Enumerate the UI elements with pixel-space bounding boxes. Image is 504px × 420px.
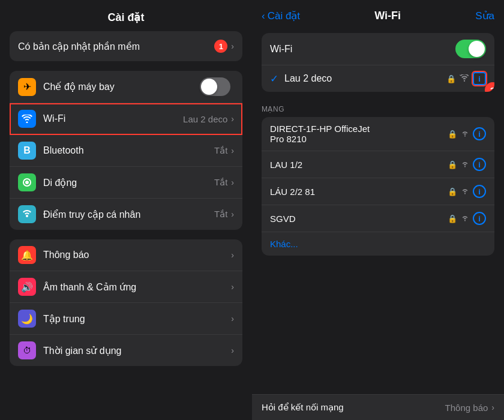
sgvd-icons: 🔒 i <box>448 212 486 225</box>
notifications-icon: 🔔 <box>18 246 36 264</box>
bottom-label: Hỏi để kết nối mạng <box>262 402 445 413</box>
svg-point-1 <box>25 181 29 184</box>
wifi-signal-icon <box>460 74 469 83</box>
bluetooth-icon: B <box>18 142 36 160</box>
hotspot-label: Điểm truy cập cá nhân <box>43 209 214 220</box>
focus-label: Tập trung <box>43 313 231 325</box>
connected-network-icons: 🔒 i 2 <box>446 72 486 85</box>
bluetooth-label: Bluetooth <box>43 145 214 156</box>
network-row-lau12[interactable]: LAU 1/2 🔒 i <box>262 151 494 178</box>
direct-icons: 🔒 i <box>448 127 486 140</box>
networks-list: DIRECT-1F-HP OfficeJetPro 8210 🔒 i LAU 1… <box>262 117 494 256</box>
back-label: Cài đặt <box>268 10 300 22</box>
screentime-chevron: › <box>231 346 234 355</box>
update-chevron: › <box>231 41 234 51</box>
wifi-row[interactable]: Wi-Fi Lau 2 deco › 1 <box>10 103 242 135</box>
hotspot-chevron: › <box>231 209 234 219</box>
screentime-row[interactable]: ⏱ Thời gian sử dụng › <box>10 335 242 366</box>
sound-icon: 🔊 <box>18 278 36 296</box>
connected-checkmark: ✓ <box>270 73 278 85</box>
lau2281-icons: 🔒 i <box>448 185 486 198</box>
wifi-label: Wi-Fi <box>43 113 183 124</box>
notifications-chevron: › <box>231 250 234 260</box>
connected-network-name: Lau 2 deco <box>284 73 446 84</box>
sound-label: Âm thanh & Cảm ứng <box>43 281 231 293</box>
connectivity-section: ✈ Chế độ máy bay Wi-Fi Lau 2 deco › 1 B … <box>10 71 242 230</box>
sgvd-info-icon: i <box>478 214 481 223</box>
mobile-row[interactable]: Di động Tắt › <box>10 167 242 199</box>
back-chevron-icon: ‹ <box>262 10 265 22</box>
network-row-lau2281[interactable]: LÁU 2/2 81 🔒 i <box>262 178 494 205</box>
network-name-lau12: LAU 1/2 <box>270 160 448 170</box>
focus-icon: 🌙 <box>18 310 36 328</box>
sgvd-info-button[interactable]: i <box>473 212 486 225</box>
airplane-icon: ✈ <box>18 78 36 96</box>
wifi-toggle[interactable] <box>455 40 486 58</box>
bluetooth-value: Tắt <box>214 145 227 156</box>
wifi-toggle-label: Wi-Fi <box>270 44 455 55</box>
sound-chevron: › <box>231 282 234 292</box>
screentime-label: Thời gian sử dụng <box>43 345 231 356</box>
notifications-row[interactable]: 🔔 Thông báo › <box>10 239 242 271</box>
connected-network-row[interactable]: ✓ Lau 2 deco 🔒 i 2 <box>262 65 494 92</box>
update-label: Có bản cập nhật phần mềm <box>18 41 214 52</box>
edit-button[interactable]: Sửa <box>475 10 494 22</box>
bottom-value: Thông báo <box>445 403 488 413</box>
update-row[interactable]: Có bản cập nhật phần mềm 1 › <box>10 31 242 61</box>
back-button[interactable]: ‹ Cài đặt <box>262 10 300 22</box>
info-icon: i <box>478 74 481 83</box>
step2-badge: 2 <box>485 82 494 92</box>
wifi-toggle-row[interactable]: Wi-Fi <box>262 33 494 65</box>
network-name-other: Khác... <box>270 239 486 249</box>
lau12-lock-icon: 🔒 <box>448 160 457 169</box>
mobile-icon <box>18 173 36 191</box>
sound-row[interactable]: 🔊 Âm thanh & Cảm ứng › <box>10 271 242 303</box>
mobile-chevron: › <box>231 178 234 187</box>
left-panel: Cài đặt Có bản cập nhật phần mềm 1 › ✈ C… <box>0 0 252 420</box>
update-badge: 1 <box>214 40 227 53</box>
network-row-other[interactable]: Khác... <box>262 232 494 256</box>
mobile-label: Di động <box>43 177 214 188</box>
networks-section-header: MẠNG <box>252 97 504 117</box>
direct-lock-icon: 🔒 <box>448 130 457 139</box>
lau12-icons: 🔒 i <box>448 158 486 171</box>
network-name-sgvd: SGVD <box>270 214 448 224</box>
wifi-toggle-knob <box>469 41 485 57</box>
hotspot-row[interactable]: Điểm truy cập cá nhân Tắt › <box>10 199 242 230</box>
bluetooth-row[interactable]: B Bluetooth Tắt › <box>10 135 242 167</box>
lau2281-wifi-icon <box>461 187 469 196</box>
hotspot-icon <box>18 205 36 223</box>
right-header: ‹ Cài đặt Wi-Fi Sửa <box>252 0 504 28</box>
lock-icon: 🔒 <box>446 74 456 83</box>
focus-row[interactable]: 🌙 Tập trung › <box>10 303 242 335</box>
bottom-ask-row[interactable]: Hỏi để kết nối mạng Thông báo › <box>252 394 504 420</box>
network-name-lau2281: LÁU 2/2 81 <box>270 187 448 197</box>
direct-wifi-icon <box>461 129 469 139</box>
direct-info-icon: i <box>478 130 481 139</box>
lau2281-info-button[interactable]: i <box>473 185 486 198</box>
connected-info-button[interactable]: i <box>473 72 486 85</box>
network-row-direct[interactable]: DIRECT-1F-HP OfficeJetPro 8210 🔒 i <box>262 117 494 151</box>
airplane-label: Chế độ máy bay <box>43 81 200 92</box>
sgvd-lock-icon: 🔒 <box>448 214 457 223</box>
lau2281-info-icon: i <box>478 187 481 196</box>
wifi-icon <box>18 110 36 128</box>
focus-chevron: › <box>231 314 234 323</box>
wifi-toggle-section: Wi-Fi ✓ Lau 2 deco 🔒 i 2 <box>262 33 494 92</box>
wifi-value: Lau 2 deco <box>183 114 227 124</box>
airplane-row[interactable]: ✈ Chế độ máy bay <box>10 71 242 103</box>
direct-info-button[interactable]: i <box>473 127 486 140</box>
lau12-wifi-icon <box>461 160 469 169</box>
airplane-toggle[interactable] <box>200 77 230 96</box>
network-name-direct: DIRECT-1F-HP OfficeJetPro 8210 <box>270 124 448 144</box>
network-row-sgvd[interactable]: SGVD 🔒 i <box>262 205 494 232</box>
bottom-chevron: › <box>491 403 494 412</box>
notifications-label: Thông báo <box>43 250 231 260</box>
lau12-info-button[interactable]: i <box>473 158 486 171</box>
general-section: 🔔 Thông báo › 🔊 Âm thanh & Cảm ứng › 🌙 T… <box>10 239 242 366</box>
screentime-icon: ⏱ <box>18 341 36 359</box>
sgvd-wifi-icon <box>461 214 469 223</box>
left-header: Cài đặt <box>0 0 252 31</box>
right-panel: ‹ Cài đặt Wi-Fi Sửa Wi-Fi ✓ Lau 2 deco 🔒 <box>252 0 504 420</box>
mobile-value: Tắt <box>214 177 227 188</box>
